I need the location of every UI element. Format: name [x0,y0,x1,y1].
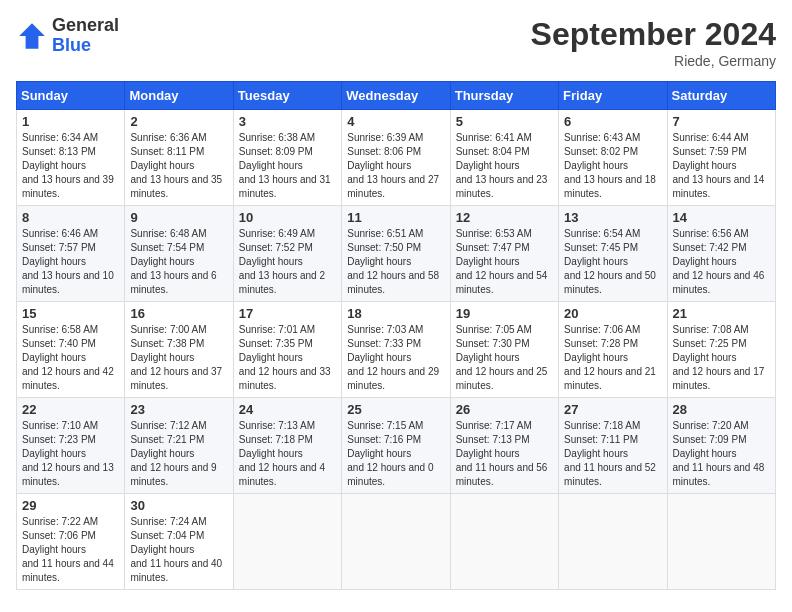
calendar-week-row: 8Sunrise: 6:46 AMSunset: 7:57 PMDaylight… [17,206,776,302]
weekday-header: Tuesday [233,82,341,110]
calendar-cell: 21Sunrise: 7:08 AMSunset: 7:25 PMDayligh… [667,302,775,398]
cell-content: Sunrise: 7:15 AMSunset: 7:16 PMDaylight … [347,419,444,489]
day-number: 7 [673,114,770,129]
calendar-cell [559,494,667,590]
day-number: 19 [456,306,553,321]
month-title: September 2024 [531,16,776,53]
weekday-header: Saturday [667,82,775,110]
calendar-cell: 28Sunrise: 7:20 AMSunset: 7:09 PMDayligh… [667,398,775,494]
calendar-body: 1Sunrise: 6:34 AMSunset: 8:13 PMDaylight… [17,110,776,590]
day-number: 25 [347,402,444,417]
cell-content: Sunrise: 6:34 AMSunset: 8:13 PMDaylight … [22,131,119,201]
calendar-cell [450,494,558,590]
day-number: 11 [347,210,444,225]
cell-content: Sunrise: 7:08 AMSunset: 7:25 PMDaylight … [673,323,770,393]
calendar-cell: 6Sunrise: 6:43 AMSunset: 8:02 PMDaylight… [559,110,667,206]
day-number: 12 [456,210,553,225]
day-number: 4 [347,114,444,129]
calendar-cell: 18Sunrise: 7:03 AMSunset: 7:33 PMDayligh… [342,302,450,398]
calendar-cell: 11Sunrise: 6:51 AMSunset: 7:50 PMDayligh… [342,206,450,302]
cell-content: Sunrise: 6:51 AMSunset: 7:50 PMDaylight … [347,227,444,297]
calendar-cell: 10Sunrise: 6:49 AMSunset: 7:52 PMDayligh… [233,206,341,302]
calendar-cell: 30Sunrise: 7:24 AMSunset: 7:04 PMDayligh… [125,494,233,590]
day-number: 21 [673,306,770,321]
calendar-cell: 17Sunrise: 7:01 AMSunset: 7:35 PMDayligh… [233,302,341,398]
calendar-cell: 2Sunrise: 6:36 AMSunset: 8:11 PMDaylight… [125,110,233,206]
location: Riede, Germany [531,53,776,69]
day-number: 15 [22,306,119,321]
cell-content: Sunrise: 6:48 AMSunset: 7:54 PMDaylight … [130,227,227,297]
weekday-header: Monday [125,82,233,110]
logo: General Blue [16,16,119,56]
calendar-cell: 3Sunrise: 6:38 AMSunset: 8:09 PMDaylight… [233,110,341,206]
calendar-cell: 13Sunrise: 6:54 AMSunset: 7:45 PMDayligh… [559,206,667,302]
day-number: 20 [564,306,661,321]
cell-content: Sunrise: 7:10 AMSunset: 7:23 PMDaylight … [22,419,119,489]
calendar-header: SundayMondayTuesdayWednesdayThursdayFrid… [17,82,776,110]
calendar-cell: 25Sunrise: 7:15 AMSunset: 7:16 PMDayligh… [342,398,450,494]
weekday-header: Friday [559,82,667,110]
calendar-cell: 22Sunrise: 7:10 AMSunset: 7:23 PMDayligh… [17,398,125,494]
calendar-cell: 29Sunrise: 7:22 AMSunset: 7:06 PMDayligh… [17,494,125,590]
day-number: 29 [22,498,119,513]
cell-content: Sunrise: 6:39 AMSunset: 8:06 PMDaylight … [347,131,444,201]
weekday-header: Thursday [450,82,558,110]
calendar-cell: 15Sunrise: 6:58 AMSunset: 7:40 PMDayligh… [17,302,125,398]
cell-content: Sunrise: 6:54 AMSunset: 7:45 PMDaylight … [564,227,661,297]
cell-content: Sunrise: 7:05 AMSunset: 7:30 PMDaylight … [456,323,553,393]
day-number: 8 [22,210,119,225]
calendar-cell: 27Sunrise: 7:18 AMSunset: 7:11 PMDayligh… [559,398,667,494]
weekday-header: Wednesday [342,82,450,110]
cell-content: Sunrise: 7:17 AMSunset: 7:13 PMDaylight … [456,419,553,489]
cell-content: Sunrise: 7:01 AMSunset: 7:35 PMDaylight … [239,323,336,393]
cell-content: Sunrise: 6:58 AMSunset: 7:40 PMDaylight … [22,323,119,393]
calendar-cell: 20Sunrise: 7:06 AMSunset: 7:28 PMDayligh… [559,302,667,398]
cell-content: Sunrise: 6:53 AMSunset: 7:47 PMDaylight … [456,227,553,297]
cell-content: Sunrise: 7:13 AMSunset: 7:18 PMDaylight … [239,419,336,489]
day-number: 5 [456,114,553,129]
cell-content: Sunrise: 7:22 AMSunset: 7:06 PMDaylight … [22,515,119,585]
logo-icon [16,20,48,52]
cell-content: Sunrise: 7:03 AMSunset: 7:33 PMDaylight … [347,323,444,393]
day-number: 23 [130,402,227,417]
cell-content: Sunrise: 6:41 AMSunset: 8:04 PMDaylight … [456,131,553,201]
day-number: 24 [239,402,336,417]
calendar-table: SundayMondayTuesdayWednesdayThursdayFrid… [16,81,776,590]
calendar-cell: 24Sunrise: 7:13 AMSunset: 7:18 PMDayligh… [233,398,341,494]
calendar-cell: 5Sunrise: 6:41 AMSunset: 8:04 PMDaylight… [450,110,558,206]
day-number: 10 [239,210,336,225]
day-number: 3 [239,114,336,129]
calendar-cell: 7Sunrise: 6:44 AMSunset: 7:59 PMDaylight… [667,110,775,206]
calendar-week-row: 22Sunrise: 7:10 AMSunset: 7:23 PMDayligh… [17,398,776,494]
svg-marker-0 [19,23,45,49]
day-number: 1 [22,114,119,129]
title-area: September 2024 Riede, Germany [531,16,776,69]
day-number: 17 [239,306,336,321]
page-header: General Blue September 2024 Riede, Germa… [16,16,776,69]
day-number: 14 [673,210,770,225]
day-number: 28 [673,402,770,417]
calendar-cell: 9Sunrise: 6:48 AMSunset: 7:54 PMDaylight… [125,206,233,302]
cell-content: Sunrise: 6:49 AMSunset: 7:52 PMDaylight … [239,227,336,297]
day-number: 6 [564,114,661,129]
calendar-cell: 16Sunrise: 7:00 AMSunset: 7:38 PMDayligh… [125,302,233,398]
header-row: SundayMondayTuesdayWednesdayThursdayFrid… [17,82,776,110]
calendar-cell: 23Sunrise: 7:12 AMSunset: 7:21 PMDayligh… [125,398,233,494]
cell-content: Sunrise: 6:44 AMSunset: 7:59 PMDaylight … [673,131,770,201]
calendar-cell: 19Sunrise: 7:05 AMSunset: 7:30 PMDayligh… [450,302,558,398]
calendar-week-row: 1Sunrise: 6:34 AMSunset: 8:13 PMDaylight… [17,110,776,206]
calendar-cell: 26Sunrise: 7:17 AMSunset: 7:13 PMDayligh… [450,398,558,494]
day-number: 13 [564,210,661,225]
cell-content: Sunrise: 7:18 AMSunset: 7:11 PMDaylight … [564,419,661,489]
calendar-week-row: 29Sunrise: 7:22 AMSunset: 7:06 PMDayligh… [17,494,776,590]
calendar-cell [342,494,450,590]
calendar-cell: 4Sunrise: 6:39 AMSunset: 8:06 PMDaylight… [342,110,450,206]
day-number: 22 [22,402,119,417]
day-number: 2 [130,114,227,129]
day-number: 30 [130,498,227,513]
cell-content: Sunrise: 6:43 AMSunset: 8:02 PMDaylight … [564,131,661,201]
cell-content: Sunrise: 7:12 AMSunset: 7:21 PMDaylight … [130,419,227,489]
calendar-cell: 8Sunrise: 6:46 AMSunset: 7:57 PMDaylight… [17,206,125,302]
cell-content: Sunrise: 7:06 AMSunset: 7:28 PMDaylight … [564,323,661,393]
calendar-cell [233,494,341,590]
